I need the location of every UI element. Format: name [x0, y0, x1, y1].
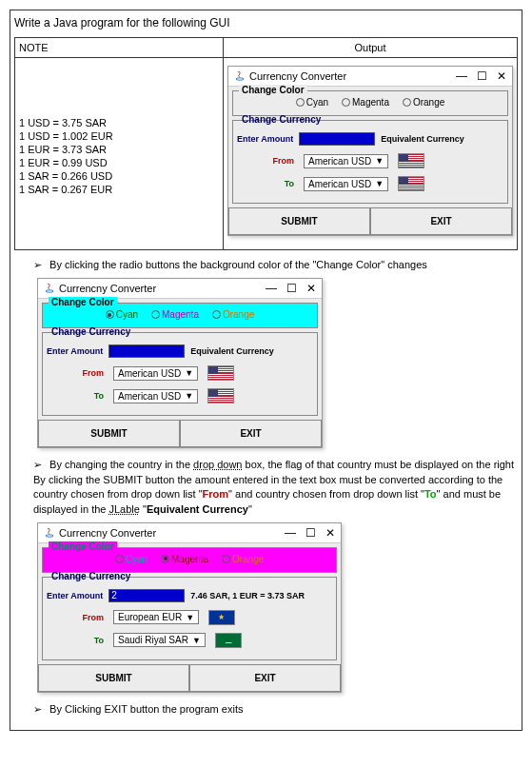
note-line: 1 SAR = 0.266 USD: [19, 170, 219, 182]
window-title: Currencny Converter: [59, 283, 156, 294]
note-output-table: NOTE Output 1 USD = 3.75 SAR 1 USD = 1.0…: [14, 37, 518, 250]
change-currency-panel: Change Currency Enter Amount 2 7.46 SAR,…: [42, 577, 337, 660]
titlebar: Currencny Converter — ☐ ✕: [38, 523, 341, 543]
equivalent-label: Equivalent Currency: [381, 134, 464, 144]
bullet-2: ➢ By changing the country in the drop do…: [33, 458, 518, 517]
svg-point-1: [46, 290, 53, 292]
amount-input[interactable]: [108, 344, 185, 358]
equivalent-label: Equivalent Currency: [190, 346, 274, 356]
radio-orange[interactable]: Orange: [212, 309, 254, 320]
to-dropdown[interactable]: Saudi Riyal SAR▼: [113, 633, 206, 647]
note-line: 1 SAR = 0.267 EUR: [19, 184, 219, 195]
arrow-icon: ➢: [33, 259, 47, 271]
exit-button[interactable]: EXIT: [180, 420, 322, 447]
change-color-panel: Change Color Cyan Magenta Orange: [42, 547, 337, 573]
exit-button[interactable]: EXIT: [370, 207, 512, 235]
exit-button[interactable]: EXIT: [189, 664, 341, 692]
table-header-note: NOTE: [15, 38, 224, 58]
table-header-output: Output: [224, 38, 518, 58]
chevron-down-icon: ▼: [186, 613, 194, 622]
change-currency-legend: Change Currency: [239, 114, 324, 125]
change-currency-legend: Change Currency: [49, 326, 133, 337]
submit-button[interactable]: SUBMIT: [228, 207, 370, 235]
flag-eu-icon: [208, 610, 235, 625]
to-dropdown[interactable]: American USD▼: [304, 177, 388, 191]
close-icon[interactable]: ✕: [306, 282, 316, 295]
enter-amount-label: Enter Amount: [47, 591, 103, 600]
window-title: Currencny Converter: [59, 527, 156, 539]
change-color-legend: Change Color: [49, 541, 117, 552]
chevron-down-icon: ▼: [375, 179, 384, 188]
svg-point-2: [46, 535, 53, 537]
close-icon[interactable]: ✕: [497, 69, 506, 83]
submit-button[interactable]: SUBMIT: [38, 664, 189, 692]
change-color-legend: Change Color: [49, 297, 117, 307]
from-label: From: [264, 156, 294, 166]
flag-us-icon: [207, 365, 234, 381]
flag-us-icon: [398, 176, 424, 191]
converter-window-default: Currencny Converter — ☐ ✕ Change Color C…: [227, 66, 513, 236]
converter-window-magenta: Currencny Converter — ☐ ✕ Change Color C…: [37, 522, 342, 693]
to-label: To: [264, 179, 294, 188]
from-dropdown[interactable]: American USD▼: [113, 366, 198, 381]
chevron-down-icon: ▼: [375, 156, 384, 166]
from-label: From: [73, 613, 104, 622]
maximize-icon[interactable]: ☐: [477, 69, 487, 83]
minimize-icon[interactable]: —: [456, 69, 467, 83]
java-icon: [44, 283, 55, 294]
radio-orange[interactable]: Orange: [222, 554, 264, 564]
amount-input[interactable]: [299, 132, 375, 146]
java-icon: [234, 70, 246, 82]
radio-magenta[interactable]: Magenta: [342, 97, 389, 108]
output-cell: Currencny Converter — ☐ ✕ Change Color C…: [224, 58, 518, 250]
page-heading: Write a Java program for the following G…: [14, 16, 518, 30]
close-icon[interactable]: ✕: [325, 526, 335, 540]
radio-cyan[interactable]: Cyan: [115, 554, 148, 564]
enter-amount-label: Enter Amount: [47, 346, 103, 356]
bullet-3: ➢ By Clicking EXIT button the program ex…: [33, 702, 518, 717]
enter-amount-label: Enter Amount: [237, 134, 293, 144]
flag-sa-icon: [215, 633, 242, 648]
to-label: To: [73, 636, 104, 645]
arrow-icon: ➢: [33, 459, 47, 471]
to-dropdown[interactable]: American USD▼: [113, 389, 198, 403]
change-color-legend: Change Color: [239, 85, 307, 95]
change-currency-panel: Change Currency Enter Amount Equivalent …: [42, 332, 318, 416]
change-currency-panel: Change Currency Enter Amount Equivalent …: [232, 120, 508, 204]
java-icon: [44, 527, 55, 539]
to-label: To: [73, 391, 104, 401]
note-line: 1 EUR = 0.99 USD: [19, 157, 219, 168]
svg-point-0: [236, 78, 244, 80]
radio-magenta[interactable]: Magenta: [151, 309, 199, 320]
titlebar: Currencny Converter — ☐ ✕: [38, 279, 322, 299]
converter-window-cyan: Currencny Converter — ☐ ✕ Change Color C…: [37, 278, 323, 448]
chevron-down-icon: ▼: [185, 391, 193, 401]
maximize-icon[interactable]: ☐: [286, 282, 297, 295]
flag-us-icon: [398, 153, 424, 168]
change-color-panel: Change Color Cyan Magenta Orange: [232, 90, 508, 116]
minimize-icon[interactable]: —: [285, 526, 296, 540]
titlebar: Currencny Converter — ☐ ✕: [228, 67, 512, 87]
radio-magenta[interactable]: Magenta: [161, 554, 208, 564]
from-dropdown[interactable]: American USD▼: [304, 154, 388, 168]
chevron-down-icon: ▼: [192, 636, 201, 645]
note-line: 1 USD = 3.75 SAR: [19, 117, 219, 128]
note-line: 1 EUR = 3.73 SAR: [19, 144, 219, 155]
arrow-icon: ➢: [33, 703, 47, 716]
window-title: Currencny Converter: [249, 70, 346, 82]
radio-orange[interactable]: Orange: [403, 97, 444, 108]
from-dropdown[interactable]: European EUR▼: [113, 610, 199, 624]
radio-cyan[interactable]: Cyan: [296, 97, 328, 108]
chevron-down-icon: ▼: [185, 368, 193, 378]
note-cell: 1 USD = 3.75 SAR 1 USD = 1.002 EUR 1 EUR…: [15, 58, 224, 250]
amount-input[interactable]: 2: [108, 589, 185, 602]
submit-button[interactable]: SUBMIT: [38, 420, 180, 447]
document-page: Write a Java program for the following G…: [10, 10, 522, 731]
change-currency-legend: Change Currency: [49, 571, 133, 581]
minimize-icon[interactable]: —: [266, 282, 277, 295]
maximize-icon[interactable]: ☐: [305, 526, 316, 540]
from-label: From: [73, 368, 104, 378]
result-label: 7.46 SAR, 1 EUR = 3.73 SAR: [190, 591, 305, 600]
change-color-panel: Change Color Cyan Magenta Orange: [42, 303, 318, 328]
radio-cyan[interactable]: Cyan: [106, 309, 138, 320]
